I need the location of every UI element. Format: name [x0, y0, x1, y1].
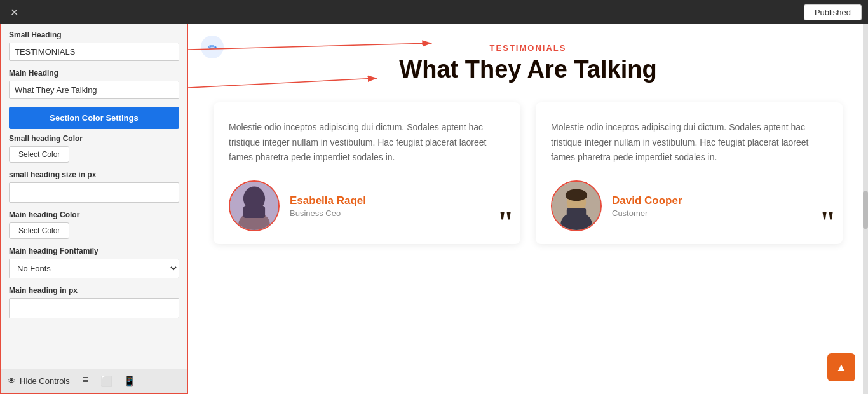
- small-heading-size-group: small heading size in px: [9, 170, 179, 203]
- eye-icon: 👁: [8, 376, 16, 386]
- quote-mark-1: ": [497, 207, 514, 238]
- left-panel: Small Heading Main Heading Section Color…: [0, 24, 188, 394]
- tablet-view-icon[interactable]: ⬜: [100, 375, 113, 387]
- main-heading-px-input[interactable]: [9, 298, 179, 318]
- right-panel: ✏ TESTIMONIALS What They Are Talking: [188, 24, 868, 394]
- scroll-thumb[interactable]: [863, 191, 868, 229]
- hide-controls-label: Hide Controls: [20, 376, 70, 386]
- bottom-bar: 👁 Hide Controls 🖥 ⬜ 📱: [1, 369, 187, 393]
- font-family-select[interactable]: No Fonts Arial Georgia Helvetica Times N…: [9, 259, 179, 278]
- small-heading-group: Small Heading: [9, 31, 179, 61]
- testimonial-footer-2: David Cooper Customer: [551, 180, 827, 231]
- main-heading-px-group: Main heading in px: [9, 286, 179, 318]
- main-layout: Small Heading Main Heading Section Color…: [0, 24, 868, 394]
- select-color-2-button[interactable]: Select Color: [9, 222, 69, 239]
- person-name-2: David Cooper: [612, 194, 827, 207]
- font-family-label: Main heading Fontfamily: [9, 247, 179, 255]
- person-info-2: David Cooper Customer: [612, 194, 827, 218]
- main-heading-group: Main Heading: [9, 69, 179, 99]
- main-heading-color-label: Main heading Color: [9, 210, 179, 219]
- top-bar: ✕ Published: [0, 0, 868, 24]
- published-button[interactable]: Published: [804, 4, 862, 20]
- chevron-up-icon: ▲: [836, 361, 847, 374]
- main-heading-px-label: Main heading in px: [9, 286, 179, 295]
- avatar-image-1: [230, 182, 278, 230]
- person-role-2: Customer: [612, 208, 827, 218]
- testimonial-card-2: Molestie odio inceptos adipiscing dui di…: [536, 102, 843, 244]
- preview-area: ✏ TESTIMONIALS What They Are Talking: [188, 24, 868, 394]
- panel-content: Small Heading Main Heading Section Color…: [1, 24, 187, 369]
- svg-rect-12: [567, 208, 586, 219]
- small-heading-label: Small Heading: [9, 31, 179, 39]
- testimonial-text-2: Molestie odio inceptos adipiscing dui di…: [551, 120, 827, 165]
- color-settings-button[interactable]: Section Color Settings: [9, 107, 179, 129]
- scroll-track: [863, 24, 868, 394]
- small-heading-size-input[interactable]: [9, 182, 179, 203]
- testimonials-grid: Molestie odio inceptos adipiscing dui di…: [214, 102, 843, 244]
- small-heading-color-label: Small heading Color: [9, 134, 179, 143]
- testimonial-footer-1: Esabella Raqel Business Ceo: [229, 180, 505, 231]
- avatar-image-2: [552, 182, 600, 230]
- testimonial-text-1: Molestie odio inceptos adipiscing dui di…: [229, 120, 505, 165]
- person-role-1: Business Ceo: [290, 208, 505, 218]
- section-header: TESTIMONIALS What They Are Talking: [214, 37, 843, 83]
- quote-mark-2: ": [819, 207, 836, 238]
- avatar-2: [551, 180, 602, 231]
- main-heading-label: Main Heading: [9, 69, 179, 78]
- select-color-1-button[interactable]: Select Color: [9, 146, 69, 163]
- testimonial-card-1: Molestie odio inceptos adipiscing dui di…: [214, 102, 520, 244]
- person-info-1: Esabella Raqel Business Ceo: [290, 194, 505, 218]
- person-name-1: Esabella Raqel: [290, 194, 505, 207]
- small-heading-color-group: Small heading Color Select Color: [9, 134, 179, 163]
- avatar-1: [229, 180, 280, 231]
- mobile-view-icon[interactable]: 📱: [123, 375, 136, 387]
- back-to-top-button[interactable]: ▲: [827, 353, 855, 381]
- hide-controls[interactable]: 👁 Hide Controls: [8, 376, 70, 386]
- small-heading-input[interactable]: [9, 43, 179, 61]
- main-heading-preview: What They Are Talking: [214, 57, 843, 83]
- svg-point-11: [566, 189, 587, 201]
- small-heading-size-label: small heading size in px: [9, 170, 179, 179]
- small-heading-preview: TESTIMONIALS: [214, 43, 843, 53]
- main-heading-input[interactable]: [9, 81, 179, 99]
- svg-rect-7: [243, 206, 265, 218]
- main-heading-color-group: Main heading Color Select Color: [9, 210, 179, 239]
- desktop-view-icon[interactable]: 🖥: [80, 376, 90, 387]
- close-button[interactable]: ✕: [6, 5, 22, 20]
- font-family-group: Main heading Fontfamily No Fonts Arial G…: [9, 247, 179, 278]
